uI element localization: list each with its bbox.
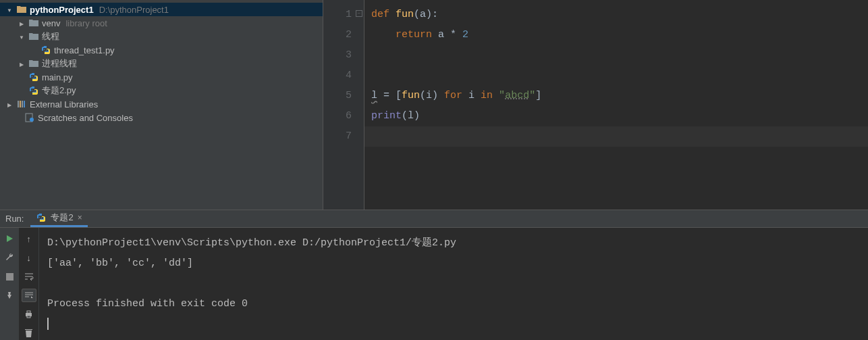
scratches-label: Scratches and Consoles xyxy=(38,113,133,123)
tree-node[interactable]: 线程 xyxy=(0,30,323,43)
run-header: Run: 专题2 × xyxy=(0,210,868,228)
up-arrow-icon[interactable]: ↑ xyxy=(22,232,36,245)
external-libraries-label: External Libraries xyxy=(30,99,98,110)
code-line[interactable]: def fun(a): xyxy=(364,5,868,25)
down-arrow-icon[interactable]: ↓ xyxy=(22,251,36,264)
editor-gutter[interactable]: 1−234567 xyxy=(323,0,364,210)
scratches-node[interactable]: Scratches and Consoles xyxy=(0,111,323,124)
chevron-right-icon[interactable] xyxy=(5,101,13,108)
run-primary-toolbar xyxy=(0,228,19,340)
folder-icon xyxy=(28,58,39,69)
tree-node-label: venv xyxy=(42,18,60,28)
line-number[interactable]: 7 xyxy=(323,126,364,147)
library-icon xyxy=(16,99,27,110)
line-number[interactable]: 5 xyxy=(323,86,364,106)
stop-button[interactable] xyxy=(3,270,16,283)
tree-node[interactable]: 进程线程 xyxy=(0,57,323,70)
tree-node-hint: library root xyxy=(65,18,107,28)
run-secondary-toolbar: ↑ ↓ xyxy=(19,228,39,340)
folder-icon xyxy=(28,31,39,42)
code-line[interactable] xyxy=(364,45,868,66)
python-file-icon xyxy=(40,45,51,55)
soft-wrap-icon[interactable] xyxy=(22,270,36,283)
line-number[interactable]: 4 xyxy=(323,66,364,86)
project-root-label: pythonProject1 xyxy=(30,5,94,15)
svg-rect-0 xyxy=(18,101,19,107)
project-root-path: D:\pythonProject1 xyxy=(99,5,169,15)
editor-code-area[interactable]: def fun(a): return a * 2 l = [fun(i) for… xyxy=(364,0,868,210)
tree-node[interactable]: venvlibrary root xyxy=(0,16,323,30)
svg-rect-3 xyxy=(24,101,25,107)
pin-icon[interactable] xyxy=(3,289,16,302)
chevron-down-icon[interactable] xyxy=(5,6,13,14)
tree-node[interactable]: 专题2.py xyxy=(0,84,323,97)
project-tree[interactable]: pythonProject1 D:\pythonProject1 venvlib… xyxy=(0,0,323,210)
chevron-right-icon[interactable] xyxy=(18,20,26,27)
code-line[interactable]: return a * 2 xyxy=(364,25,868,45)
tree-node-label: 专题2.py xyxy=(42,84,76,97)
python-icon xyxy=(36,212,47,223)
run-tool-window: Run: 专题2 × xyxy=(0,210,868,340)
chevron-down-icon[interactable] xyxy=(18,33,26,41)
svg-point-5 xyxy=(30,118,34,122)
code-line[interactable] xyxy=(364,66,868,86)
line-number[interactable]: 6 xyxy=(323,106,364,126)
code-line[interactable]: l = [fun(i) for i in "abcd"] xyxy=(364,86,868,106)
tree-node[interactable]: main.py xyxy=(0,70,323,84)
folder-icon xyxy=(28,18,39,28)
tree-node-label: main.py xyxy=(42,72,73,82)
python-file-icon xyxy=(28,72,39,82)
code-line[interactable] xyxy=(364,126,868,147)
folder-icon xyxy=(16,4,27,15)
wrench-icon[interactable] xyxy=(3,251,16,264)
project-root-node[interactable]: pythonProject1 D:\pythonProject1 xyxy=(0,3,323,16)
run-title: Run: xyxy=(0,214,30,224)
code-editor[interactable]: 1−234567 def fun(a): return a * 2 l = [f… xyxy=(323,0,868,210)
external-libraries-node[interactable]: External Libraries xyxy=(0,97,323,111)
tree-node-label: 线程 xyxy=(42,30,59,43)
rerun-button[interactable] xyxy=(3,232,16,245)
line-number[interactable]: 2 xyxy=(323,25,364,45)
svg-rect-2 xyxy=(22,101,23,107)
svg-rect-1 xyxy=(20,101,21,107)
svg-rect-8 xyxy=(27,311,30,313)
line-number[interactable]: 1− xyxy=(323,5,364,25)
tree-node[interactable]: thread_test1.py xyxy=(0,43,323,57)
run-tab[interactable]: 专题2 × xyxy=(30,210,87,227)
svg-rect-9 xyxy=(27,316,30,318)
tree-node-label: thread_test1.py xyxy=(54,45,115,55)
line-number[interactable]: 3 xyxy=(323,45,364,66)
scratch-icon xyxy=(24,112,35,123)
run-tab-label: 专题2 xyxy=(51,212,73,224)
svg-rect-6 xyxy=(6,273,13,281)
python-file-icon xyxy=(28,85,39,96)
scroll-to-end-icon[interactable] xyxy=(22,289,36,302)
caret xyxy=(47,318,49,330)
trash-icon[interactable] xyxy=(22,326,36,340)
console-output[interactable]: D:\pythonProject1\venv\Scripts\python.ex… xyxy=(39,228,868,340)
code-line[interactable]: print(l) xyxy=(364,106,868,126)
project-tool-window: pythonProject1 D:\pythonProject1 venvlib… xyxy=(0,0,323,210)
fold-icon[interactable]: − xyxy=(356,10,362,17)
close-icon[interactable]: × xyxy=(78,213,82,222)
chevron-right-icon[interactable] xyxy=(18,60,26,68)
print-icon[interactable] xyxy=(22,308,36,321)
tree-node-label: 进程线程 xyxy=(42,57,77,70)
